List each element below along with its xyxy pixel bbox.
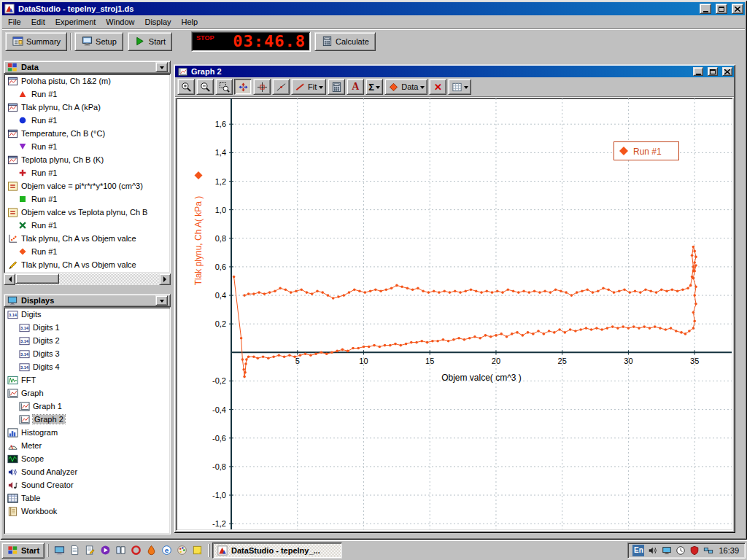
display-item-histogram[interactable]: Histogram bbox=[4, 426, 170, 439]
display-item-digits-3[interactable]: 3.14Digits 3 bbox=[4, 347, 170, 360]
display-item-graph[interactable]: Graph bbox=[4, 386, 170, 400]
data-item[interactable]: Teplota plynu, Ch B (K) bbox=[4, 153, 170, 166]
tray-network-icon[interactable] bbox=[703, 545, 714, 556]
display-item-label: Histogram bbox=[21, 428, 58, 437]
run-label: Run #1 bbox=[31, 142, 57, 151]
data-menu-button[interactable]: Data bbox=[384, 79, 427, 95]
app-title: DataStudio - tepelny_stroj1.ds bbox=[18, 4, 695, 13]
tray-display-icon[interactable] bbox=[661, 545, 673, 556]
graph-minimize-button[interactable] bbox=[693, 67, 703, 76]
scroll-right-button[interactable] bbox=[159, 273, 171, 285]
scale-to-fit-button[interactable] bbox=[234, 79, 252, 95]
quicklaunch-document-icon[interactable] bbox=[68, 543, 82, 557]
taskbar-task-button[interactable]: DataStudio - tepelny_... bbox=[212, 542, 342, 559]
display-item-scope[interactable]: Scope bbox=[4, 452, 170, 465]
scroll-left-button[interactable] bbox=[4, 273, 15, 285]
quicklaunch-media-player-icon[interactable] bbox=[98, 543, 112, 557]
zoom-out-button[interactable] bbox=[196, 79, 214, 95]
display-item-meter[interactable]: Meter bbox=[4, 439, 170, 452]
data-item[interactable]: Objem valce vs Teplota plynu, Ch B bbox=[4, 206, 170, 219]
display-item-table[interactable]: Table bbox=[4, 491, 170, 505]
menu-window[interactable]: Window bbox=[101, 16, 139, 28]
run-item[interactable]: Run #1 bbox=[4, 192, 170, 206]
data-item[interactable]: Tlak plynu, Ch A vs Objem valce bbox=[4, 258, 170, 271]
maximize-button[interactable] bbox=[716, 4, 727, 14]
quicklaunch-download-flame-icon[interactable] bbox=[144, 543, 158, 557]
run-item[interactable]: Run #1 bbox=[4, 88, 170, 101]
calculator-icon bbox=[321, 36, 333, 47]
quicklaunch-address-book-icon[interactable] bbox=[114, 543, 128, 557]
data-item[interactable]: Poloha pistu, Ch 1&2 (m) bbox=[4, 74, 170, 88]
graph-titlebar[interactable]: Graph 2 bbox=[175, 66, 734, 77]
tray-antivirus-icon[interactable] bbox=[689, 545, 700, 556]
run-item[interactable]: Run #1 bbox=[4, 166, 170, 179]
y-axis-title[interactable]: Tlak plynu, Ch A( kPa ) bbox=[193, 196, 204, 286]
language-indicator[interactable]: En bbox=[632, 545, 644, 556]
zoom-select-button[interactable] bbox=[215, 79, 233, 95]
start-button[interactable]: Start bbox=[1, 542, 44, 559]
calculate-button[interactable]: Calculate bbox=[314, 32, 376, 51]
tray-volume-icon[interactable] bbox=[647, 545, 659, 556]
run-item[interactable]: Run #1 bbox=[4, 219, 170, 232]
display-item-digits-2[interactable]: 3.14Digits 2 bbox=[4, 334, 170, 347]
data-item[interactable]: Objem valce = pi*r*r*y*100 (cm^3) bbox=[4, 179, 170, 192]
x-axis-title[interactable]: Objem valce( cm^3 ) bbox=[441, 373, 522, 383]
menu-experiment[interactable]: Experiment bbox=[50, 16, 101, 28]
close-button[interactable] bbox=[732, 4, 743, 14]
display-item-digits[interactable]: 3.14Digits bbox=[4, 308, 170, 321]
display-item-workbook[interactable]: Workbook bbox=[4, 505, 170, 518]
data-section-menu-button[interactable] bbox=[155, 62, 168, 72]
quicklaunch-notepad-icon[interactable] bbox=[83, 543, 97, 557]
app-titlebar[interactable]: DataStudio - tepelny_stroj1.ds bbox=[2, 2, 745, 15]
zoom-in-button[interactable] bbox=[177, 79, 195, 95]
menu-edit[interactable]: Edit bbox=[26, 16, 50, 28]
quicklaunch-show-desktop-icon[interactable] bbox=[53, 543, 66, 557]
scrollbar-track[interactable] bbox=[15, 273, 159, 285]
slope-tool-button[interactable] bbox=[272, 79, 290, 95]
menu-display[interactable]: Display bbox=[139, 16, 176, 28]
chart-canvas[interactable]: 1,61,41,21,00,80,60,40,2-0,2-0,4-0,6-0,8… bbox=[177, 98, 732, 529]
setup-button[interactable]: Setup bbox=[74, 32, 123, 51]
run-item[interactable]: Run #1 bbox=[4, 140, 170, 153]
display-item-graph-1[interactable]: Graph 1 bbox=[4, 400, 170, 413]
display-item-fft[interactable]: FFT bbox=[4, 373, 170, 386]
data-tree-hscrollbar[interactable] bbox=[4, 273, 171, 285]
taskbar-clock[interactable]: 16:39 bbox=[717, 546, 740, 555]
calculator-button[interactable] bbox=[328, 79, 345, 95]
tray-task-scheduler-icon[interactable] bbox=[675, 545, 686, 556]
start-button-toolbar[interactable]: Start bbox=[128, 32, 172, 51]
quicklaunch-paint-palette-icon[interactable] bbox=[175, 543, 189, 557]
displays-section-menu-button[interactable] bbox=[155, 295, 168, 306]
remove-button[interactable]: ✕ bbox=[429, 79, 446, 95]
taskbar-grip[interactable] bbox=[208, 544, 210, 557]
quicklaunch-sticky-note-icon[interactable] bbox=[190, 543, 204, 557]
data-item[interactable]: Tlak plynu, Ch A (kPa) bbox=[4, 101, 170, 114]
run-item[interactable]: Run #1 bbox=[4, 114, 170, 127]
menu-help[interactable]: Help bbox=[177, 16, 204, 28]
smart-tool-button[interactable] bbox=[253, 79, 271, 95]
minimize-button[interactable] bbox=[700, 4, 711, 14]
statistics-menu-button[interactable]: Σ bbox=[365, 79, 383, 95]
toolbar-separator bbox=[70, 33, 71, 50]
scrollbar-thumb[interactable] bbox=[15, 273, 59, 284]
text-tool-button[interactable]: A bbox=[347, 79, 364, 95]
settings-menu-button[interactable] bbox=[448, 79, 471, 95]
quicklaunch-internet-explorer-icon[interactable]: e bbox=[160, 543, 174, 557]
display-item-sound-creator[interactable]: Sound Creator bbox=[4, 478, 170, 491]
display-item-graph-2[interactable]: Graph 2 bbox=[4, 413, 170, 426]
summary-button[interactable]: Summary bbox=[5, 32, 67, 51]
quicklaunch-browser-ring-icon[interactable] bbox=[129, 543, 143, 557]
run-item[interactable]: Run #1 bbox=[4, 245, 170, 258]
graph-close-button[interactable] bbox=[722, 67, 732, 76]
data-item[interactable]: Temperature, Ch B (°C) bbox=[4, 127, 170, 140]
display-item-sound-analyzer[interactable]: Sound Analyzer bbox=[4, 465, 170, 478]
display-item-digits-4[interactable]: 3.14Digits 4 bbox=[4, 360, 170, 373]
display-item-digits-1[interactable]: 3.14Digits 1 bbox=[4, 321, 170, 334]
data-item[interactable]: Tlak plynu, Ch A vs Objem valce bbox=[4, 232, 170, 245]
fit-menu-button[interactable]: Fit bbox=[291, 79, 326, 95]
taskbar-grip[interactable] bbox=[47, 544, 49, 557]
plot-area[interactable]: 1,61,41,21,00,80,60,40,2-0,2-0,4-0,6-0,8… bbox=[176, 98, 733, 531]
menu-file[interactable]: File bbox=[3, 16, 26, 28]
graph-toolbar: FitAΣData✕ bbox=[175, 77, 734, 97]
graph-maximize-button[interactable] bbox=[708, 67, 718, 76]
